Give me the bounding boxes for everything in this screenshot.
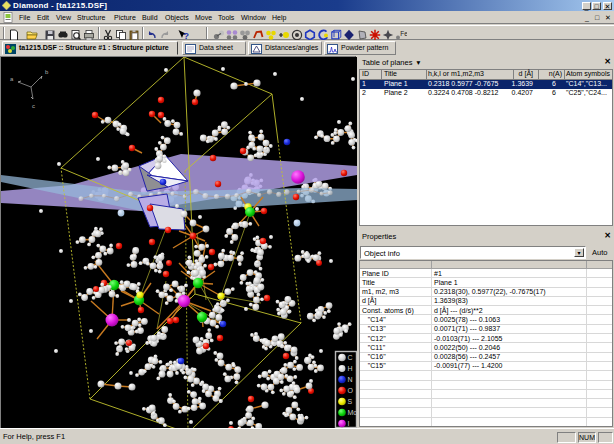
- svg-text:b: b: [45, 69, 49, 75]
- svg-text:Fe: Fe: [400, 30, 407, 37]
- svg-text:Mo: Mo: [348, 409, 358, 416]
- svg-text:c: c: [32, 103, 35, 109]
- svg-text:S: S: [348, 398, 353, 405]
- svg-text:a: a: [10, 76, 14, 82]
- svg-text:C: C: [348, 354, 353, 361]
- svg-text:I: I: [348, 420, 350, 427]
- svg-text:O: O: [348, 387, 354, 394]
- svg-text:N: N: [348, 376, 353, 383]
- svg-text:H: H: [348, 365, 353, 372]
